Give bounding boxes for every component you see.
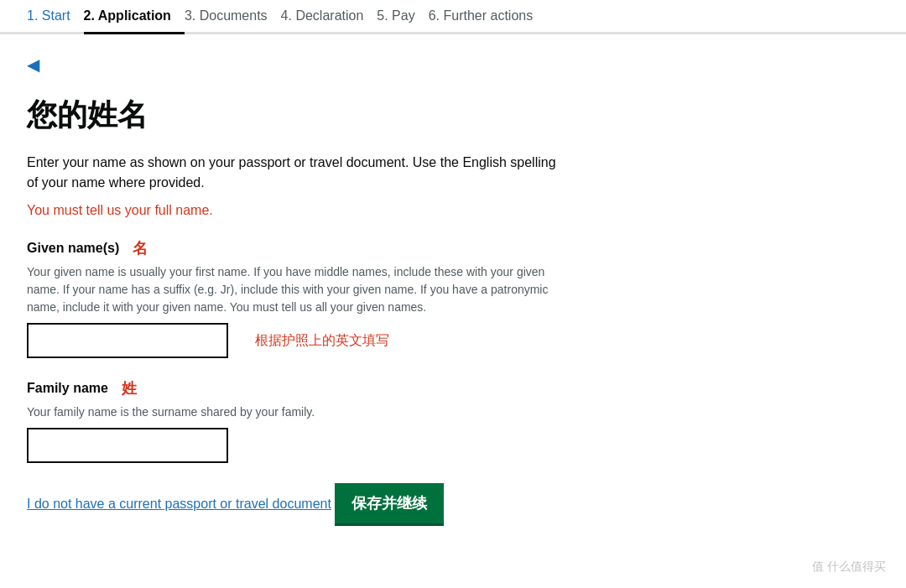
given-name-section: Given name(s) 名 Your given name is usual… <box>27 238 728 358</box>
given-name-input[interactable] <box>27 323 228 358</box>
nav-step-documents[interactable]: 3. Documents <box>185 0 281 34</box>
page-title: 您的姓名 <box>27 95 728 136</box>
error-message: You must tell us your full name. <box>27 203 728 218</box>
family-name-section: Family name 姓 Your family name is the su… <box>27 378 728 463</box>
page-description: Enter your name as shown on your passpor… <box>27 153 564 193</box>
given-name-chinese-label: 名 <box>133 238 148 258</box>
watermark: 值 什么值得买 <box>812 559 886 575</box>
given-name-label: Given name(s) <box>27 241 119 256</box>
given-name-annotation: 根据护照上的英文填写 <box>255 332 389 350</box>
family-name-hint: Your family name is the surname shared b… <box>27 403 564 421</box>
nav-step-declaration[interactable]: 4. Declaration <box>281 0 378 34</box>
main-content: ◀ 您的姓名 Enter your name as shown on your … <box>0 34 755 565</box>
nav-step-start[interactable]: 1. Start <box>27 0 84 34</box>
family-name-chinese-label: 姓 <box>122 378 137 398</box>
family-name-input[interactable] <box>27 428 228 463</box>
step-navigation: 1. Start 2. Application 3. Documents 4. … <box>0 0 906 34</box>
given-name-hint: Your given name is usually your first na… <box>27 263 564 316</box>
no-passport-link[interactable]: I do not have a current passport or trav… <box>27 497 331 512</box>
save-continue-button[interactable]: 保存并继续 <box>335 483 444 526</box>
nav-step-further-actions[interactable]: 6. Further actions <box>429 0 547 34</box>
nav-step-pay[interactable]: 5. Pay <box>377 0 428 34</box>
nav-step-application[interactable]: 2. Application <box>84 0 185 34</box>
family-name-label: Family name <box>27 381 108 396</box>
back-button[interactable]: ◀ <box>27 55 39 75</box>
